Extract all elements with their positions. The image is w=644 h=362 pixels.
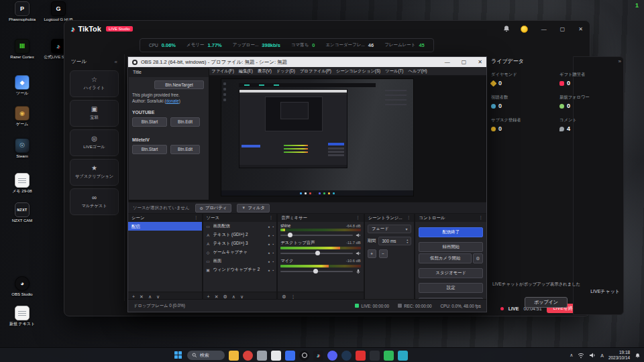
taskbar-app-dark[interactable]	[370, 351, 380, 361]
taskbar-discord[interactable]	[327, 351, 337, 361]
sidebar-item-subscription[interactable]: ★サブスクリプション	[70, 159, 119, 186]
desktop-icon-notepad-file[interactable]: メモ 29-08	[4, 173, 40, 194]
menu-edit[interactable]: 編集(E)	[239, 68, 253, 74]
taskbar-file-explorer[interactable]	[229, 351, 239, 361]
expand-icon[interactable]: »	[619, 58, 621, 64]
dock-menu-icon[interactable]: ⋮	[478, 215, 483, 221]
transition-select[interactable]: フェード▾	[368, 225, 412, 233]
spin-down-icon[interactable]: ▾	[407, 241, 408, 243]
start-recording-button[interactable]: 録画開始	[419, 242, 483, 252]
lock-icon[interactable]: ▪	[272, 251, 274, 255]
maximize-button[interactable]: ▢	[560, 26, 566, 32]
volume-slider[interactable]	[280, 271, 353, 272]
visibility-eye-icon[interactable]: ●	[268, 225, 270, 229]
notification-bell-icon[interactable]	[635, 353, 641, 359]
move-up-icon[interactable]: ∧	[148, 294, 152, 299]
remove-source-icon[interactable]: ✕	[215, 294, 219, 299]
obs-titlebar[interactable]: OBS 28.1.2 (64-bit, windows) - プロファイル: 無…	[128, 57, 486, 67]
coins-icon[interactable]	[521, 25, 528, 33]
desktop-icon-razer-cortex[interactable]: ⅢRazer Cortex	[4, 39, 40, 60]
desktop-icon-game[interactable]: ◉ゲーム	[4, 106, 40, 127]
desktop-icon-phasmophobia[interactable]: PPhasmophobia	[4, 1, 40, 22]
visibility-eye-icon[interactable]: ●	[268, 251, 270, 255]
sidebar-item-live-goal[interactable]: ◎LIVEゴール	[70, 129, 119, 156]
source-row[interactable]: ▭画面●▪	[203, 257, 277, 265]
minimize-button[interactable]: —	[445, 59, 450, 65]
visibility-eye-icon[interactable]: ●	[268, 268, 270, 272]
dock-menu-icon[interactable]: ⋮	[194, 215, 199, 221]
close-button[interactable]: ✕	[478, 59, 482, 65]
wifi-icon[interactable]	[578, 352, 584, 359]
sidebar-item-highlight[interactable]: ☆ハイライト	[70, 70, 119, 97]
youtube-edit-button[interactable]: Btn.Edit	[170, 117, 200, 127]
visibility-eye-icon[interactable]: ●	[268, 233, 270, 237]
taskbar-app-blue[interactable]	[285, 351, 295, 361]
lock-icon[interactable]: ▪	[272, 242, 274, 246]
miletelv-start-button[interactable]: Btn.Start	[132, 145, 167, 154]
menu-profile[interactable]: プロファイル(P)	[300, 68, 331, 74]
desktop-icon-nzxt-cam[interactable]: NZXTNZXT CAM	[4, 202, 40, 223]
virtual-cam-settings-icon[interactable]: ⚙	[473, 253, 483, 263]
new-target-button[interactable]: Btn.NewTarget	[154, 80, 204, 89]
obs-preview-screen[interactable]	[221, 78, 414, 196]
filters-button[interactable]: ▼フィルタ	[237, 204, 270, 213]
lock-icon[interactable]: ▪	[272, 225, 274, 229]
desktop-icon-new-text[interactable]: 新規 テキスト	[4, 306, 40, 326]
lock-icon[interactable]: ▪	[272, 268, 274, 272]
stop-streaming-button[interactable]: 配信終了	[419, 227, 483, 237]
menu-docks[interactable]: ドック(D)	[276, 68, 295, 74]
menu-file[interactable]: ファイル(F)	[211, 68, 234, 74]
add-scene-icon[interactable]: +	[132, 294, 135, 299]
properties-button[interactable]: ⚙プロパティ	[195, 204, 232, 213]
visibility-eye-icon[interactable]: ●	[268, 242, 270, 246]
notifications-bell-icon[interactable]	[502, 25, 511, 33]
dock-menu-icon[interactable]: ⋮	[356, 215, 360, 221]
menu-view[interactable]: 表示(V)	[258, 68, 272, 74]
donate-link[interactable]: donate	[166, 99, 178, 103]
collapse-icon[interactable]: «	[115, 59, 117, 65]
taskbar-line[interactable]	[384, 351, 394, 361]
ime-indicator[interactable]: A	[600, 353, 604, 358]
visibility-eye-icon[interactable]: ●	[268, 259, 270, 263]
settings-button[interactable]: 設定	[419, 283, 483, 293]
mixer-settings-icon[interactable]: ⚙	[282, 294, 286, 299]
add-source-icon[interactable]: +	[207, 294, 210, 299]
desktop-icon-ghub[interactable]: GLogicool G HUB	[40, 1, 76, 22]
lock-icon[interactable]: ▪	[272, 233, 274, 237]
taskbar-app-light[interactable]	[271, 351, 281, 361]
sidebar-item-multi-guest[interactable]: ∞マルチゲスト	[70, 188, 119, 215]
maximize-button[interactable]: ▢	[462, 59, 467, 65]
minimize-button[interactable]: —	[541, 26, 547, 32]
source-row[interactable]: ▭画面配信●▪	[203, 222, 277, 231]
menu-help[interactable]: ヘルプ(H)	[408, 68, 427, 74]
pop-in-button[interactable]: ポップイン	[525, 297, 568, 308]
source-row[interactable]: Aテキスト (GDI+) 2●▪	[203, 231, 277, 239]
source-row[interactable]: ▣ウィンドウキャプチャ 2●▪	[203, 265, 277, 274]
source-row[interactable]: ◇ゲームキャプチャ●▪	[203, 248, 277, 257]
tray-chevron-icon[interactable]: ∧	[570, 353, 573, 358]
scene-item-selected[interactable]: 配信	[128, 222, 202, 231]
taskbar-steam[interactable]	[341, 351, 352, 361]
volume-icon[interactable]	[589, 352, 596, 359]
taskbar-app-gray[interactable]	[257, 351, 267, 361]
move-down-icon[interactable]: ∨	[240, 294, 244, 299]
sidebar-item-treasure-box[interactable]: ▣宝箱	[70, 100, 119, 127]
desktop-icon-utility[interactable]: ◆ツール	[4, 75, 40, 96]
taskbar-app-teal[interactable]	[398, 351, 408, 361]
taskbar-obs-studio[interactable]	[299, 351, 309, 361]
speaker-icon[interactable]	[356, 251, 361, 256]
menu-scene-collection[interactable]: シーンコレクション(S)	[336, 68, 380, 74]
volume-slider[interactable]	[280, 235, 353, 236]
remove-transition-button[interactable]: −	[379, 249, 388, 258]
duration-spinner[interactable]: 300 ms▴▾	[378, 237, 411, 245]
start-button[interactable]	[174, 351, 183, 360]
move-up-icon[interactable]: ∧	[232, 294, 235, 299]
menu-tools[interactable]: ツール(T)	[385, 68, 403, 74]
lock-icon[interactable]: ▪	[272, 259, 274, 263]
search-input[interactable]: 検索	[187, 351, 225, 360]
start-virtual-cam-button[interactable]: 仮想カメラ開始	[419, 253, 472, 263]
desktop-icon-obs-studio[interactable]: ◕OBS Studio	[4, 276, 40, 297]
taskbar-clock[interactable]: 19:18 2023/10/14	[608, 350, 630, 360]
close-button[interactable]: ✕	[578, 26, 583, 32]
speaker-icon[interactable]	[356, 233, 361, 238]
